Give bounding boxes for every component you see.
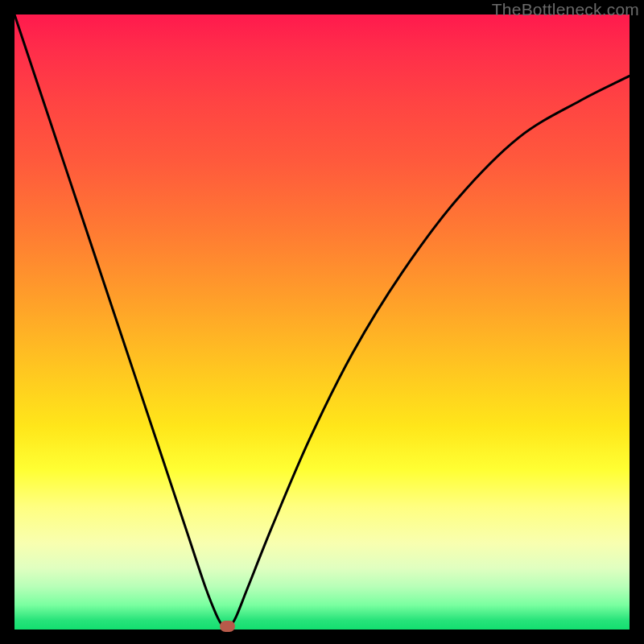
- curve-layer: [14, 14, 630, 630]
- plot-area: [14, 14, 630, 630]
- chart-frame: [14, 14, 630, 630]
- optimal-point-marker: [220, 621, 235, 632]
- watermark-text: TheBottleneck.com: [492, 0, 639, 19]
- bottleneck-curve: [14, 14, 630, 628]
